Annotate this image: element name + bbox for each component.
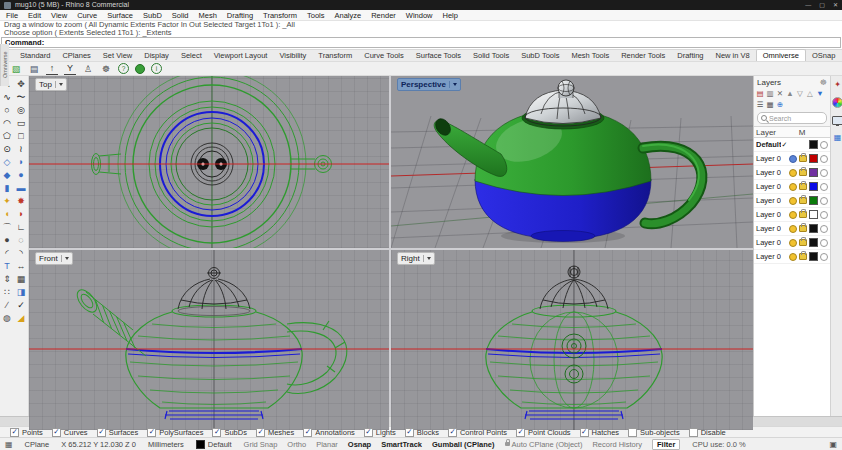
tool-icon[interactable]: ✦ bbox=[1, 195, 13, 208]
layer-color-swatch[interactable] bbox=[809, 238, 818, 247]
toolbar-icon[interactable]: ♙ bbox=[82, 63, 94, 75]
layer-visibility-bulb-icon[interactable] bbox=[789, 225, 797, 233]
tool-icon[interactable]: ▮ bbox=[1, 182, 13, 195]
viewport-front[interactable]: Front bbox=[29, 250, 389, 430]
tool-icon[interactable]: ⇕ bbox=[1, 273, 13, 286]
panel-gear-icon[interactable]: ☸ bbox=[820, 78, 827, 87]
filter-checkbox[interactable] bbox=[52, 428, 61, 437]
tool-icon[interactable]: ◎ bbox=[15, 104, 27, 117]
toolbar-icon[interactable]: ☸ bbox=[100, 63, 112, 75]
toolbar-tab[interactable]: Standard bbox=[14, 50, 56, 61]
filter-checkbox[interactable] bbox=[147, 428, 156, 437]
toolbar-tab[interactable]: SubD Tools bbox=[515, 50, 565, 61]
menu-item[interactable]: Drafting bbox=[227, 11, 253, 20]
maximize-button[interactable]: ▢ bbox=[819, 0, 825, 10]
toolbar-tab[interactable]: Omniverse bbox=[756, 49, 806, 61]
menu-item[interactable]: Surface bbox=[107, 11, 133, 20]
menu-item[interactable]: Render bbox=[371, 11, 396, 20]
tool-icon[interactable]: ∿ bbox=[1, 91, 13, 104]
status-toggle[interactable]: Filter bbox=[652, 439, 680, 450]
tool-icon[interactable]: ◍ bbox=[1, 312, 13, 325]
viewport-title-right[interactable]: Right bbox=[397, 252, 435, 265]
menu-item[interactable]: SubD bbox=[143, 11, 162, 20]
toolbar-icon[interactable]: ? bbox=[118, 63, 129, 74]
command-input[interactable]: Command: bbox=[1, 37, 841, 48]
tool-icon[interactable]: ✓ bbox=[15, 299, 27, 312]
layer-row[interactable]: Layer 06 bbox=[754, 222, 830, 236]
layer-row[interactable]: Layer 05 bbox=[754, 208, 830, 222]
layer-row[interactable]: Default ✓ bbox=[754, 138, 830, 152]
filter-checkbox[interactable] bbox=[628, 428, 637, 437]
layers-toolbar-icon[interactable]: ▼ bbox=[816, 89, 824, 98]
layer-row[interactable]: Layer 03 bbox=[754, 180, 830, 194]
status-panel-icon[interactable]: ▣ bbox=[829, 440, 837, 449]
toolbar-icon[interactable]: i bbox=[151, 63, 162, 74]
units-indicator[interactable]: Millimeters bbox=[148, 440, 184, 449]
menu-item[interactable]: Tools bbox=[307, 11, 325, 20]
chevron-down-icon[interactable] bbox=[59, 83, 63, 86]
toolbar-tab[interactable]: Render Tools bbox=[615, 50, 671, 61]
layer-lock-icon[interactable] bbox=[799, 197, 807, 204]
layer-material-icon[interactable] bbox=[820, 225, 828, 233]
toolbar-tab[interactable]: Transform bbox=[312, 50, 358, 61]
viewport-title-top[interactable]: Top bbox=[35, 78, 67, 91]
layers-toolbar-icon[interactable]: ▥ bbox=[766, 89, 774, 98]
tool-icon[interactable]: ◖ bbox=[1, 208, 13, 221]
layer-lock-icon[interactable] bbox=[799, 169, 807, 176]
current-layer-indicator[interactable]: Default bbox=[196, 440, 232, 449]
menu-item[interactable]: Window bbox=[406, 11, 433, 20]
toolbar-tab[interactable]: Set View bbox=[97, 50, 138, 61]
tool-icon[interactable]: T bbox=[1, 260, 13, 273]
tool-icon[interactable]: ▬ bbox=[15, 182, 27, 195]
layer-visibility-bulb-icon[interactable] bbox=[789, 155, 797, 163]
layer-lock-icon[interactable] bbox=[799, 225, 807, 232]
toolbar-tab[interactable]: CPlanes bbox=[56, 50, 96, 61]
toolbar-tab[interactable]: Mesh Tools bbox=[565, 50, 615, 61]
layer-row[interactable]: Layer 02 bbox=[754, 166, 830, 180]
layer-lock-icon[interactable] bbox=[799, 183, 807, 190]
tools-panel-tab-icon[interactable]: ✦ bbox=[834, 80, 841, 89]
layers-view-icon[interactable]: ▦ bbox=[766, 100, 774, 109]
filter-checkbox[interactable] bbox=[580, 428, 589, 437]
filter-checkbox[interactable] bbox=[212, 428, 221, 437]
layer-color-swatch[interactable] bbox=[809, 210, 818, 219]
layer-color-swatch[interactable] bbox=[809, 252, 818, 261]
status-toggle[interactable]: Record History bbox=[592, 440, 642, 449]
filter-checkbox[interactable] bbox=[448, 428, 457, 437]
tool-icon[interactable]: ▦ bbox=[15, 273, 27, 286]
layer-material-icon[interactable] bbox=[820, 169, 828, 177]
status-toggle[interactable]: Gumball (CPlane) bbox=[432, 440, 495, 449]
menu-item[interactable]: File bbox=[6, 11, 18, 20]
filter-checkbox[interactable] bbox=[10, 428, 19, 437]
chevron-down-icon[interactable] bbox=[65, 257, 69, 260]
toolbar-tab[interactable]: Solid Tools bbox=[467, 50, 515, 61]
tool-icon[interactable]: ◗ bbox=[15, 156, 27, 169]
menu-item[interactable]: View bbox=[51, 11, 67, 20]
menu-item[interactable]: Help bbox=[443, 11, 458, 20]
tool-icon[interactable]: ◠ bbox=[1, 117, 13, 130]
layer-material-icon[interactable] bbox=[820, 239, 828, 247]
layer-name-column-header[interactable]: Layer bbox=[756, 128, 798, 137]
layer-color-swatch[interactable] bbox=[809, 168, 818, 177]
layers-toolbar-icon[interactable]: ✕ bbox=[776, 89, 784, 98]
chevron-down-icon[interactable] bbox=[427, 257, 431, 260]
chevron-down-icon[interactable] bbox=[453, 83, 457, 86]
tool-icon[interactable]: ◝ bbox=[15, 247, 27, 260]
tool-icon[interactable]: ◆ bbox=[1, 169, 13, 182]
layers-toolbar-icon[interactable]: △ bbox=[806, 89, 814, 98]
toolbar-tab[interactable]: Select bbox=[175, 50, 208, 61]
layer-visibility-bulb-icon[interactable] bbox=[789, 197, 797, 205]
toolbar-icon[interactable]: ▧ bbox=[10, 63, 22, 75]
tool-icon[interactable]: ◇ bbox=[1, 156, 13, 169]
filter-checkbox[interactable] bbox=[256, 428, 265, 437]
tool-icon[interactable]: ◜ bbox=[1, 247, 13, 260]
layer-row[interactable]: Layer 01 bbox=[754, 152, 830, 166]
layer-material-icon[interactable] bbox=[820, 211, 828, 219]
layers-toolbar-icon[interactable]: ▲ bbox=[786, 89, 794, 98]
layers-view-icon[interactable]: ☰ bbox=[756, 100, 764, 109]
viewport-title-front[interactable]: Front bbox=[35, 252, 73, 265]
tool-icon[interactable]: 〜 bbox=[15, 91, 27, 104]
tool-icon[interactable]: ▭ bbox=[15, 117, 27, 130]
tool-icon[interactable]: ◢ bbox=[15, 312, 27, 325]
tool-icon[interactable]: ∟ bbox=[15, 221, 27, 234]
